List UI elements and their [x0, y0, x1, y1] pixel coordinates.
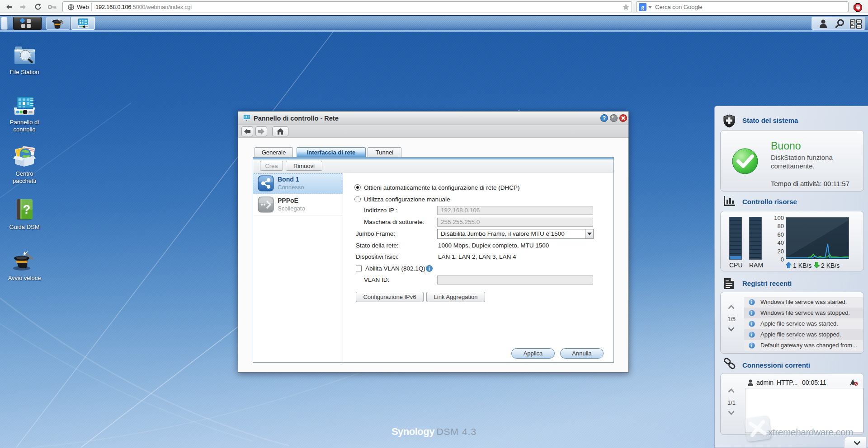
svg-text:?: ?: [603, 115, 606, 121]
svg-text:?: ?: [23, 203, 31, 216]
